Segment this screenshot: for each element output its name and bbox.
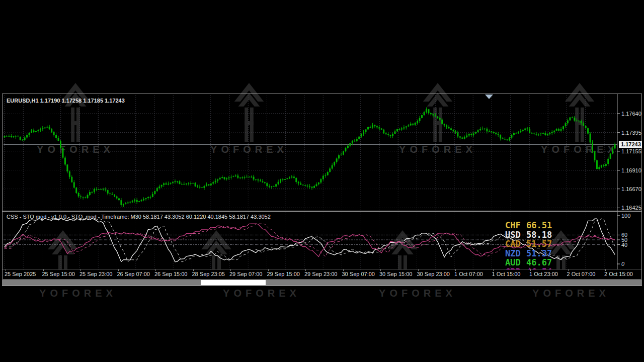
time-axis-label: 30 Sep 07:00 [342, 271, 375, 277]
time-axis-label: 29 Sep 07:00 [229, 271, 262, 277]
time-axis-label: 29 Sep 15:00 [267, 271, 300, 277]
symbol-timeframe-label: EURUSD,H1 [7, 98, 39, 104]
time-axis[interactable]: 25 Sep 202525 Sep 15:0025 Sep 23:0026 Se… [3, 269, 641, 279]
time-axis-label: 25 Sep 23:00 [79, 271, 112, 277]
ohlc-values: 1.17190 1.17258 1.17185 1.17243 [40, 98, 125, 104]
scrollbar-thumb[interactable] [201, 280, 266, 285]
currency-code: NZD [505, 248, 526, 258]
currency-code: AUD [505, 257, 526, 267]
indicator-axis-label: 40 [621, 242, 627, 248]
horizontal-scrollbar[interactable] [2, 280, 642, 286]
watermark-text: YOFOREX [38, 288, 118, 299]
price-axis-label: 1.17395 [621, 130, 641, 136]
watermark-text: YOFOREX [531, 288, 611, 299]
time-axis-label: 25 Sep 2025 [5, 271, 36, 277]
currency-strength-value: 51.37 [526, 248, 552, 258]
currency-strength-row: CAD51.57 [505, 239, 552, 249]
currency-strength-row: USD58.18 [505, 230, 552, 240]
currency-strength-value: 66.51 [526, 220, 552, 230]
chart-window[interactable]: EURUSD,H1 1.17190 1.17258 1.17185 1.1724… [2, 94, 642, 279]
price-axis-label: 1.16910 [621, 167, 641, 173]
indicator-panel[interactable]: CHF66.51USD58.18CAD51.57NZD51.37AUD46.67… [4, 212, 617, 269]
currency-strength-row: AUD46.67 [505, 257, 552, 267]
time-axis-label: 29 Sep 23:00 [304, 271, 337, 277]
watermark-text: YOFOREX [377, 288, 458, 299]
time-axis-label: 1 Oct 07:00 [454, 271, 483, 277]
ohlc-header: EURUSD,H1 1.17190 1.17258 1.17185 1.1724… [7, 98, 125, 104]
currency-strength-value: 46.67 [526, 257, 552, 267]
indicator-axis-label: 0 [621, 261, 624, 267]
time-axis-label: 2 Oct 07:00 [567, 271, 596, 277]
price-axis-label: 1.16670 [621, 186, 641, 192]
time-axis-label: 30 Sep 23:00 [417, 271, 450, 277]
currency-strength-value: 51.57 [526, 239, 552, 249]
time-axis-label: 26 Sep 07:00 [117, 271, 150, 277]
currency-code: USD [505, 230, 526, 240]
price-axis-label: 1.16425 [621, 205, 641, 211]
time-axis-label: 26 Sep 15:00 [154, 271, 187, 277]
currency-code: CHF [505, 220, 526, 230]
currency-strength-value: 58.18 [526, 230, 552, 240]
time-axis-label: 28 Sep 23:05 [192, 271, 225, 277]
time-axis-label: 30 Sep 15:00 [379, 271, 412, 277]
time-axis-label: 1 Oct 23:00 [529, 271, 558, 277]
current-price-tag: 1.17243 [619, 141, 642, 148]
chart-object-marker-icon[interactable] [485, 95, 493, 99]
currency-strength-row: NZD51.37 [505, 248, 552, 258]
watermark-text: YOFOREX [221, 288, 302, 299]
time-axis-label: 2 Oct 15:00 [604, 271, 633, 277]
currency-code: CAD [505, 239, 526, 249]
currency-strength-row: CHF66.51 [505, 220, 552, 230]
time-axis-label: 1 Oct 15:00 [492, 271, 521, 277]
time-axis-label: 25 Sep 15:00 [42, 271, 75, 277]
indicator-axis-label: 100 [621, 213, 630, 219]
price-axis-label: 1.17155 [621, 148, 641, 154]
price-axis-label: 1.17640 [621, 111, 641, 117]
